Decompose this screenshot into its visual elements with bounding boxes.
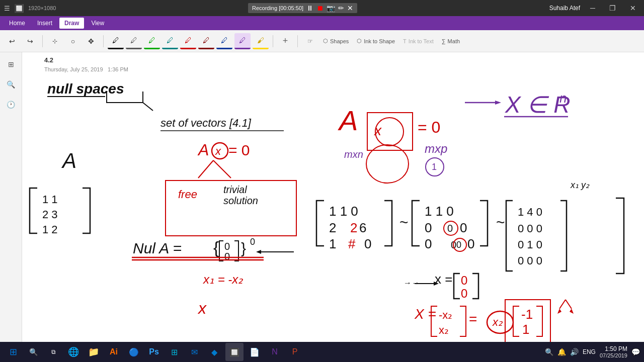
taskbar-volume-icon[interactable]: 🔊 — [570, 348, 579, 356]
taskbar-ie-icon[interactable]: 🌐 — [64, 343, 83, 361]
titlebar-center: Recording [00:05:50] ⏸ ⏹ 📷 ✏ ✕ — [248, 3, 357, 13]
svg-text:x₁  y₂: x₁ y₂ — [570, 180, 590, 190]
toolbar: ↩ ↪ ⊹ ○ ✥ 🖊 🖊 🖊 🖊 🖊 🖊 🖊 🖊 🖌 + ☞ ⬡ Shapes… — [0, 30, 644, 52]
taskbar-windows2-icon[interactable]: ⊞ — [165, 343, 183, 361]
redo-button[interactable]: ↪ — [22, 33, 38, 49]
svg-marker-87 — [570, 309, 574, 314]
lasso-button[interactable]: ⊹ — [47, 33, 63, 49]
add-pen-button[interactable]: + — [277, 33, 293, 49]
svg-text:x₂: x₂ — [492, 316, 503, 328]
svg-text:2: 2 — [350, 220, 357, 235]
taskbar-search-button[interactable]: 🔍 — [24, 343, 42, 361]
svg-text:-x₂: -x₂ — [439, 309, 452, 321]
recording-badge: Recording [00:05:50] ⏸ ⏹ 📷 ✏ ✕ — [248, 3, 357, 13]
sidebar: ⊞ 🔍 🕐 — [0, 52, 22, 342]
svg-point-5 — [212, 143, 228, 159]
taskbar-illustrator-icon[interactable]: Ai — [105, 343, 123, 361]
taskbar-powerpoint-icon[interactable]: P — [286, 343, 304, 361]
titlebar-left: ☰ 🔲 1920×1080 — [0, 4, 56, 13]
shapes-button[interactable]: ⬡ Shapes — [320, 36, 352, 46]
svg-text:solution: solution — [223, 195, 258, 206]
taskbar-onenote2-icon[interactable]: N — [266, 343, 284, 361]
ink-shape-icon: ⬡ — [357, 38, 362, 44]
taskbar-windows-button[interactable]: ⊞ — [4, 343, 22, 361]
svg-text:}: } — [241, 240, 246, 256]
math-button[interactable]: ∑ Math — [439, 36, 463, 46]
svg-text:0: 0 — [364, 236, 371, 251]
svg-rect-83 — [505, 300, 550, 342]
svg-text:2   3: 2 3 — [42, 208, 58, 221]
pen-red[interactable]: 🖊 — [180, 33, 196, 49]
svg-rect-17 — [166, 180, 296, 236]
pen-gray[interactable]: 🖊 — [126, 33, 142, 49]
menu-view[interactable]: View — [86, 18, 109, 29]
svg-text:x =: x = — [435, 272, 452, 287]
sidebar-pages-icon[interactable]: ⊞ — [3, 56, 19, 72]
taskbar-apps: ⊞ 🔍 ⧉ 🌐 📁 Ai 🔵 Ps ⊞ ✉ ◆ 🔲 📄 N P — [4, 343, 304, 361]
title-bar: ☰ 🔲 1920×1080 Recording [00:05:50] ⏸ ⏹ 📷… — [0, 0, 644, 16]
svg-text:0: 0 — [460, 220, 467, 235]
pen-teal[interactable]: 🖊 — [162, 33, 178, 49]
svg-text:x: x — [197, 299, 207, 317]
svg-text:6: 6 — [359, 220, 366, 235]
sidebar-search-icon[interactable]: 🔍 — [3, 76, 19, 93]
hamburger-icon[interactable]: ☰ — [4, 5, 10, 12]
pen-purple-active[interactable]: 🖊 — [234, 33, 251, 49]
taskbar: ⊞ 🔍 ⧉ 🌐 📁 Ai 🔵 Ps ⊞ ✉ ◆ 🔲 📄 N P 🔍 🔔 🔊 EN… — [0, 342, 644, 362]
menu-home[interactable]: Home — [4, 18, 30, 29]
taskbar-onenote-icon[interactable]: 🔲 — [225, 343, 244, 361]
taskbar-photoshop-icon[interactable]: Ps — [145, 343, 163, 361]
svg-text:1: 1 — [522, 322, 529, 337]
pause-icon[interactable]: ⏸ — [306, 4, 313, 12]
close-record-icon[interactable]: ✕ — [347, 4, 353, 12]
svg-text:0: 0 — [461, 287, 467, 300]
pen-navy[interactable]: 🖊 — [216, 33, 232, 49]
taskbar-explorer-icon[interactable]: 📁 — [85, 343, 103, 361]
ink-to-shape-button[interactable]: ⬡ Ink to Shape — [354, 36, 398, 46]
pen-yellow-hl[interactable]: 🖌 — [253, 33, 269, 49]
svg-point-61 — [453, 238, 466, 251]
stop-icon[interactable]: ⏹ — [316, 4, 324, 12]
taskbar-taskview-button[interactable]: ⧉ — [44, 343, 62, 361]
menu-draw[interactable]: Draw — [59, 18, 84, 29]
ink-text-icon: T — [403, 38, 407, 44]
sidebar-history-icon[interactable]: 🕐 — [3, 97, 19, 113]
taskbar-chrome-icon[interactable]: 🔵 — [125, 343, 143, 361]
taskbar-notification-center[interactable]: 💬 — [631, 348, 640, 356]
svg-point-33 — [375, 118, 404, 146]
svg-text:X ∈ R: X ∈ R — [505, 92, 570, 118]
sep4 — [297, 35, 298, 47]
svg-text:1: 1 — [329, 236, 336, 251]
taskbar-date: 07/25/2019 — [600, 352, 627, 358]
pen-green[interactable]: 🖊 — [144, 33, 160, 49]
eraser-circle-button[interactable]: ○ — [65, 33, 81, 49]
taskbar-mail-icon[interactable]: ✉ — [185, 343, 203, 361]
restore-button[interactable]: ❐ — [605, 0, 620, 16]
minimize-button[interactable]: ─ — [586, 0, 599, 16]
undo-button[interactable]: ↩ — [4, 33, 20, 49]
touch-button[interactable]: ☞ — [302, 33, 318, 49]
taskbar-vscode-icon[interactable]: ◆ — [205, 343, 223, 361]
svg-text:0: 0 — [250, 237, 255, 247]
taskbar-search-sys-icon[interactable]: 🔍 — [545, 348, 553, 356]
close-button[interactable]: ✕ — [626, 0, 640, 16]
move-button[interactable]: ✥ — [83, 33, 99, 49]
svg-point-56 — [444, 221, 458, 235]
pen-darkred[interactable]: 🖊 — [198, 33, 214, 49]
username-label: Suhaib Atef — [549, 5, 580, 12]
taskbar-notify-icon[interactable]: 🔔 — [557, 348, 566, 356]
svg-text:0: 0 — [461, 274, 467, 287]
svg-text:1  4  0: 1 4 0 — [518, 206, 542, 218]
ink-to-text-button[interactable]: T Ink to Text — [400, 36, 437, 46]
taskbar-language-label[interactable]: ENG — [583, 348, 596, 355]
svg-line-12 — [198, 160, 213, 178]
svg-rect-31 — [367, 113, 413, 150]
pen-record-icon[interactable]: ✏ — [338, 4, 344, 12]
camera-icon[interactable]: 📷 — [327, 4, 335, 12]
svg-text:1: 1 — [432, 162, 437, 172]
svg-text:free: free — [178, 188, 197, 201]
taskbar-acrobat-icon[interactable]: 📄 — [246, 343, 264, 361]
pen-black[interactable]: 🖊 — [108, 33, 124, 49]
menu-insert[interactable]: Insert — [32, 18, 57, 29]
resolution-label: 1920×1080 — [28, 5, 56, 11]
